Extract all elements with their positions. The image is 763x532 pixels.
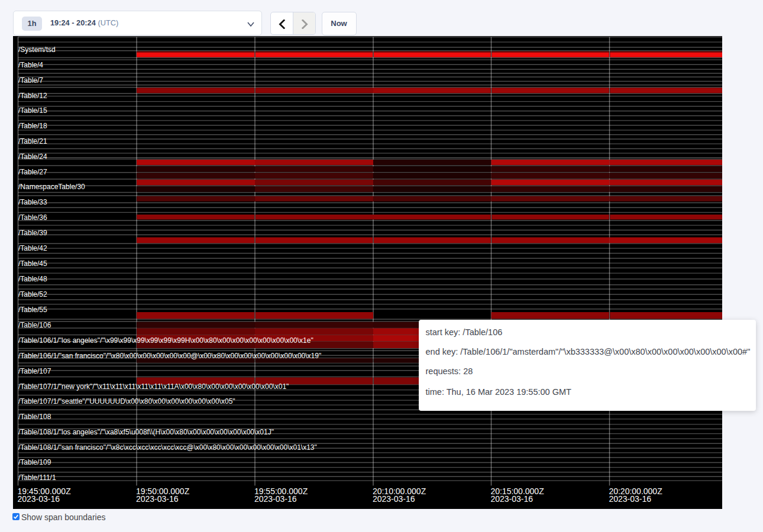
svg-text:/Table/12: /Table/12 xyxy=(18,91,47,99)
svg-text:2023-03-16: 2023-03-16 xyxy=(136,494,179,503)
svg-text:2023-03-16: 2023-03-16 xyxy=(490,494,533,503)
svg-text:/Table/21: /Table/21 xyxy=(18,137,47,145)
svg-text:/Table/36: /Table/36 xyxy=(18,213,47,222)
svg-text:/Table/107: /Table/107 xyxy=(18,366,51,375)
svg-text:2023-03-16: 2023-03-16 xyxy=(373,494,415,503)
svg-text:2023-03-16: 2023-03-16 xyxy=(254,494,297,503)
svg-text:/Table/33: /Table/33 xyxy=(18,198,47,206)
svg-text:/Table/4: /Table/4 xyxy=(18,60,43,69)
svg-text:/Table/111/1: /Table/111/1 xyxy=(18,473,56,482)
svg-text:2023-03-16: 2023-03-16 xyxy=(609,494,651,503)
svg-text:/Table/42: /Table/42 xyxy=(18,244,47,252)
svg-text:/Table/39: /Table/39 xyxy=(18,229,47,237)
svg-text:/Table/27: /Table/27 xyxy=(18,167,47,176)
svg-text:/Table/108: /Table/108 xyxy=(18,413,51,421)
svg-text:/Table/106/1/"los angeles"/"\x: /Table/106/1/"los angeles"/"\x99\x99\x99… xyxy=(18,336,313,344)
svg-text:/Table/18: /Table/18 xyxy=(18,122,47,130)
svg-text:/Table/48: /Table/48 xyxy=(18,275,47,283)
svg-text:/Table/24: /Table/24 xyxy=(18,152,47,160)
svg-text:/Table/108/1/"los angeles"/"\x: /Table/108/1/"los angeles"/"\xa8\xf5\u00… xyxy=(18,428,274,436)
svg-text:/Table/106/1/"san francisco"/": /Table/106/1/"san francisco"/"\x80\x00\x… xyxy=(18,351,321,359)
svg-text:/Table/109: /Table/109 xyxy=(18,458,51,466)
svg-text:/Table/55: /Table/55 xyxy=(18,305,47,313)
svg-text:/Table/107/1/"seattle"/"UUUUUU: /Table/107/1/"seattle"/"UUUUUUD\x00\x80\… xyxy=(18,397,235,406)
svg-text:/Table/106: /Table/106 xyxy=(18,320,51,329)
svg-text:/Table/45: /Table/45 xyxy=(18,259,47,268)
svg-text:/Table/108/1/"san francisco"/": /Table/108/1/"san francisco"/"\x8c\xcc\x… xyxy=(18,443,317,452)
svg-text:/Table/15: /Table/15 xyxy=(18,106,47,115)
svg-text:/NamespaceTable/30: /NamespaceTable/30 xyxy=(18,183,85,191)
svg-text:2023-03-16: 2023-03-16 xyxy=(17,494,60,503)
svg-text:/Table/52: /Table/52 xyxy=(18,290,47,298)
svg-text:/System/tsd: /System/tsd xyxy=(18,45,56,53)
svg-text:/Table/107/1/"new york"/"\x11\: /Table/107/1/"new york"/"\x11\x11\x11\x1… xyxy=(18,382,289,390)
svg-text:/Table/7: /Table/7 xyxy=(18,76,43,84)
